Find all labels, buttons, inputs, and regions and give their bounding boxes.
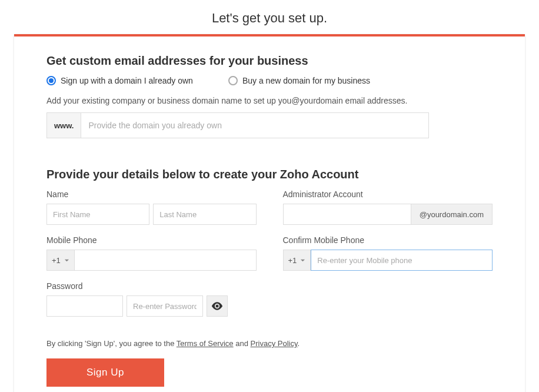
account-section-heading: Provide your details below to create you… bbox=[46, 168, 493, 181]
mobile-field-group: Mobile Phone +1 bbox=[46, 235, 257, 271]
admin-label: Administrator Account bbox=[283, 190, 493, 199]
terms-prefix: By clicking 'Sign Up', you agree to the bbox=[46, 339, 177, 348]
radio-unselected-icon bbox=[228, 76, 238, 85]
terms-suffix: . bbox=[297, 339, 300, 348]
radio-selected-icon bbox=[46, 76, 56, 85]
password-label: Password bbox=[46, 281, 257, 291]
dial-code-value: +1 bbox=[52, 256, 61, 265]
form-col-right: Administrator Account @yourdomain.com Co… bbox=[283, 190, 493, 327]
reenter-password-input[interactable] bbox=[127, 295, 203, 317]
signup-card: Get custom email addresses for your busi… bbox=[14, 34, 525, 392]
chevron-down-icon bbox=[64, 258, 69, 263]
domain-option-group: Sign up with a domain I already own Buy … bbox=[46, 76, 493, 85]
confirm-dial-code-value: +1 bbox=[288, 256, 297, 265]
privacy-policy-link[interactable]: Privacy Policy bbox=[251, 339, 298, 348]
mobile-input[interactable] bbox=[75, 250, 257, 271]
eye-icon bbox=[211, 302, 223, 310]
password-input[interactable] bbox=[46, 295, 123, 317]
admin-domain-suffix: @yourdomain.com bbox=[411, 204, 493, 225]
terms-mid: and bbox=[234, 339, 251, 348]
domain-help-text: Add your existing company or business do… bbox=[46, 96, 493, 105]
form-col-left: Name Mobile Phone +1 bbox=[46, 190, 257, 327]
page-title: Let's get you set up. bbox=[0, 11, 539, 26]
domain-section-heading: Get custom email addresses for your busi… bbox=[46, 54, 493, 68]
confirm-mobile-field-group: Confirm Mobile Phone +1 bbox=[283, 235, 493, 271]
signup-button[interactable]: Sign Up bbox=[46, 358, 164, 387]
www-prefix: www. bbox=[47, 113, 81, 138]
name-label: Name bbox=[46, 190, 257, 199]
admin-account-input[interactable] bbox=[283, 204, 411, 225]
chevron-down-icon bbox=[300, 258, 305, 263]
domain-field: www. bbox=[46, 112, 429, 138]
last-name-input[interactable] bbox=[153, 204, 256, 225]
dial-code-select[interactable]: +1 bbox=[46, 250, 75, 271]
confirm-mobile-input[interactable] bbox=[311, 250, 493, 271]
radio-own-domain[interactable]: Sign up with a domain I already own bbox=[46, 76, 193, 85]
radio-buy-domain-label: Buy a new domain for my business bbox=[242, 76, 370, 85]
account-details-section: Provide your details below to create you… bbox=[46, 168, 493, 387]
mobile-label: Mobile Phone bbox=[46, 235, 257, 245]
radio-own-domain-label: Sign up with a domain I already own bbox=[61, 76, 193, 85]
admin-field-group: Administrator Account @yourdomain.com bbox=[283, 190, 493, 225]
terms-of-service-link[interactable]: Terms of Service bbox=[177, 339, 234, 348]
terms-text: By clicking 'Sign Up', you agree to the … bbox=[46, 339, 493, 348]
toggle-password-visibility-button[interactable] bbox=[207, 295, 228, 317]
confirm-dial-code-select[interactable]: +1 bbox=[283, 250, 311, 271]
domain-input[interactable] bbox=[81, 113, 428, 138]
form-grid: Name Mobile Phone +1 bbox=[46, 190, 493, 327]
name-field-group: Name bbox=[46, 190, 257, 225]
radio-buy-domain[interactable]: Buy a new domain for my business bbox=[228, 76, 370, 85]
first-name-input[interactable] bbox=[46, 204, 149, 225]
confirm-mobile-label: Confirm Mobile Phone bbox=[283, 235, 493, 245]
password-field-group: Password bbox=[46, 281, 257, 317]
